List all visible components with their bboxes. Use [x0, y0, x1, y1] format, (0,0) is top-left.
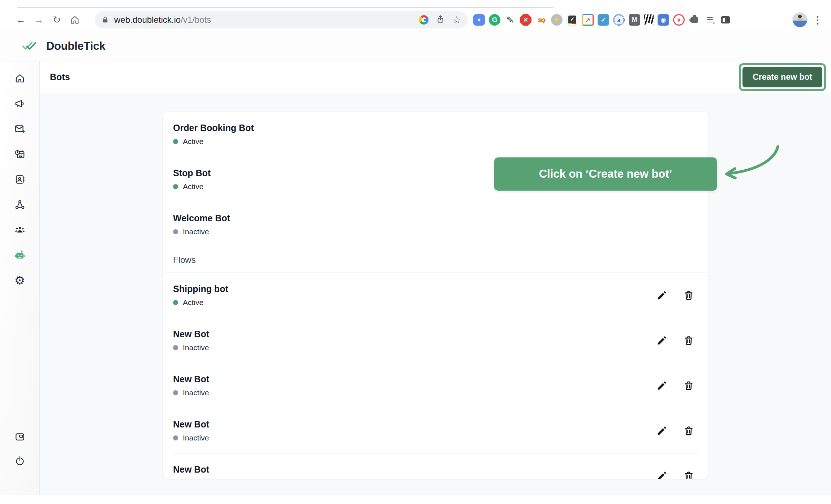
m-icon[interactable]	[629, 14, 640, 26]
panel-icon[interactable]	[720, 14, 731, 26]
team-icon[interactable]	[12, 225, 28, 235]
status-dot	[173, 435, 178, 440]
flag-icon[interactable]	[644, 14, 654, 25]
bot-info: Welcome Bot Inactive	[173, 213, 230, 236]
bot-status: Inactive	[173, 434, 209, 442]
robot-icon[interactable]	[12, 250, 28, 261]
browser-toolbar: ← → ↻ web.doubletick.io/v1/bots ☆	[0, 9, 831, 31]
bot-info: New Bot Inactive	[173, 374, 209, 397]
calendar-clock-icon[interactable]	[12, 149, 28, 160]
kebab-icon[interactable]	[812, 12, 823, 27]
puzzle-icon[interactable]	[689, 14, 700, 26]
status-label: Active	[183, 298, 203, 307]
power-icon[interactable]	[12, 455, 28, 466]
google-icon[interactable]	[419, 15, 429, 25]
bot-row: New Bot Inactive	[163, 453, 708, 479]
contact-book-icon[interactable]	[12, 174, 28, 185]
edit-bot-button[interactable]	[656, 380, 667, 391]
share-nodes-icon[interactable]	[12, 199, 28, 210]
bot-title: New Bot	[173, 464, 209, 475]
avatar[interactable]	[793, 13, 807, 27]
mail-plus-icon[interactable]	[12, 123, 28, 134]
bot-info: Shipping bot Active	[173, 284, 228, 307]
status-label: Active	[183, 182, 203, 191]
page-body: Order Booking Bot Active Stop Bot Active	[40, 112, 831, 504]
share-icon[interactable]	[436, 14, 445, 25]
bot-row: Shipping bot Active	[163, 273, 708, 318]
edit-bot-button[interactable]	[656, 470, 667, 479]
gear-icon[interactable]: ⚙	[12, 275, 28, 286]
adblock-icon[interactable]	[520, 14, 531, 26]
create-new-bot-button[interactable]: Create new bot	[742, 67, 822, 87]
reload-icon[interactable]: ↻	[49, 12, 64, 27]
bot-info: Stop Bot Active	[173, 168, 211, 191]
delete-bot-button[interactable]	[683, 425, 694, 436]
url-text: web.doubletick.io/v1/bots	[114, 15, 211, 25]
edit-bot-button[interactable]	[656, 290, 667, 301]
sidebar-nav: ⚙	[0, 61, 40, 495]
bot-status: Active	[173, 182, 211, 191]
pocket-icon[interactable]	[673, 14, 685, 26]
bot-title: New Bot	[173, 419, 209, 430]
podcast-icon[interactable]	[658, 14, 669, 26]
side-panel-icon[interactable]	[12, 431, 28, 442]
chrome-right-group	[793, 12, 826, 27]
delete-bot-button[interactable]	[683, 335, 694, 346]
image-icon[interactable]	[582, 14, 594, 26]
delete-bot-button[interactable]	[683, 380, 694, 391]
brand-title: DoubleTick	[46, 40, 106, 53]
bolt-icon[interactable]	[551, 14, 563, 26]
content-area: Bots Create new bot Order Booking Bot Ac…	[40, 61, 831, 495]
bot-title: Stop Bot	[173, 168, 211, 178]
bot-status: Inactive	[173, 388, 209, 397]
bot-status: Active	[173, 298, 228, 307]
bot-info: New Bot Inactive	[173, 419, 209, 442]
home-icon[interactable]	[67, 12, 82, 27]
bot-row: New Bot Inactive	[163, 318, 708, 363]
star-icon[interactable]: ☆	[452, 15, 461, 25]
bot-actions	[656, 335, 698, 346]
tab-strip-edge	[17, 7, 554, 8]
a-circle-icon[interactable]	[613, 14, 625, 26]
browser-window: ← → ↻ web.doubletick.io/v1/bots ☆	[0, 0, 831, 495]
home-icon[interactable]	[12, 73, 28, 84]
grammarly-icon[interactable]	[489, 14, 500, 26]
status-dot	[173, 229, 178, 234]
bot-row: Order Booking Bot Active	[163, 112, 708, 157]
sidebar-bottom-group	[12, 431, 28, 466]
back-icon[interactable]: ←	[13, 12, 28, 27]
playlist-icon[interactable]	[704, 14, 716, 26]
page-header: Bots Create new bot	[40, 61, 831, 93]
edit-bot-button[interactable]	[656, 335, 667, 346]
url-bar[interactable]: web.doubletick.io/v1/bots ☆	[95, 11, 468, 29]
delete-bot-button[interactable]	[683, 470, 694, 479]
status-label: Inactive	[183, 434, 209, 442]
bluecheck-icon[interactable]	[598, 14, 609, 26]
status-label: Inactive	[183, 388, 209, 397]
checker-icon[interactable]	[567, 14, 578, 26]
bot-title: New Bot	[173, 374, 209, 384]
status-dot	[173, 139, 178, 144]
bot-status: Active	[173, 137, 254, 146]
coach-arrow-icon	[719, 141, 788, 182]
bot-row: New Bot Inactive	[163, 408, 708, 453]
bot-actions	[656, 290, 698, 301]
forward-icon[interactable]: →	[31, 12, 46, 27]
delete-bot-button[interactable]	[683, 290, 694, 301]
sq-icon[interactable]	[535, 14, 547, 26]
bot-info: New Bot Inactive	[173, 329, 209, 352]
status-dot	[173, 345, 178, 350]
section-header: Flows	[163, 247, 708, 273]
bot-title: Order Booking Bot	[173, 123, 254, 133]
app-header: DoubleTick	[0, 31, 831, 61]
bot-actions	[656, 470, 698, 479]
bot-info: New Bot Inactive	[173, 464, 209, 479]
status-label: Active	[183, 137, 203, 146]
edit-bot-button[interactable]	[656, 425, 667, 436]
page-title: Bots	[50, 72, 70, 82]
bot-status: Inactive	[173, 227, 230, 236]
eyedropper-icon[interactable]	[504, 14, 516, 26]
tag-icon[interactable]	[473, 14, 485, 26]
megaphone-icon[interactable]	[12, 98, 28, 109]
bot-title: New Bot	[173, 329, 209, 339]
